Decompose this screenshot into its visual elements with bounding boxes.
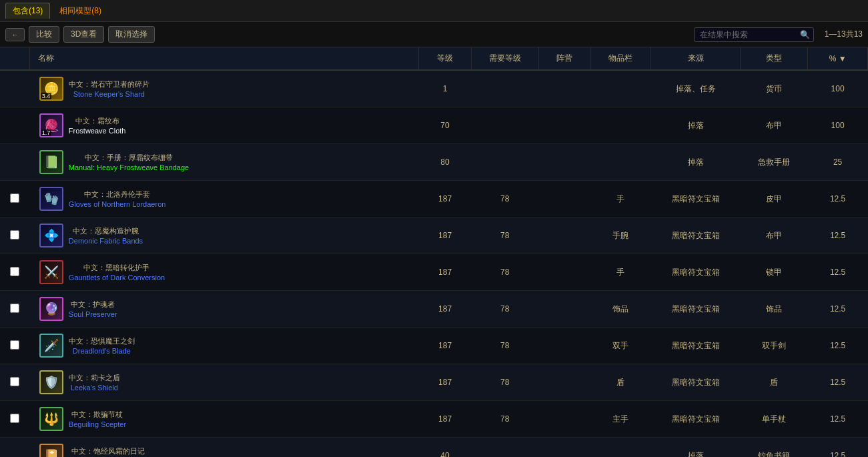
row-checkbox-cell[interactable] xyxy=(0,181,30,217)
table-row[interactable]: 🧶1.7中文：霜纹布Frostweave Cloth70掉落布甲100 xyxy=(0,107,868,144)
row-percent: 12.5 xyxy=(808,364,868,401)
row-name-cell: 🧶1.7中文：霜纹布Frostweave Cloth xyxy=(30,107,419,144)
table-row[interactable]: 💠中文：恶魔构造护腕Demonic Fabric Bands18778手腕黑暗符… xyxy=(0,217,868,254)
table-body: 🪙3.4中文：岩石守卫者的碎片Stone Keeper's Shard1掉落、任… xyxy=(0,70,868,457)
row-source: 掉落、任务 xyxy=(650,70,741,107)
item-en-name[interactable]: Gloves of Northern Lordaeron xyxy=(69,200,166,208)
table-row[interactable]: ⚔️中文：黑暗转化护手Gauntlets of Dark Conversion1… xyxy=(0,254,868,291)
back-button[interactable]: ← xyxy=(5,28,25,41)
header-percent[interactable]: % ▼ xyxy=(808,47,868,70)
item-en-name[interactable]: Soul Preserver xyxy=(69,310,117,318)
row-checkbox[interactable] xyxy=(10,230,19,240)
row-checkbox-cell[interactable] xyxy=(0,291,30,328)
row-req-level: 78 xyxy=(471,364,538,401)
item-cn-name: 中文：黑暗转化护手 xyxy=(69,263,165,273)
item-ilvl: 1.7 xyxy=(41,129,52,136)
header-type[interactable]: 类型 xyxy=(741,47,808,70)
row-source: 黑暗符文宝箱 xyxy=(650,401,741,438)
row-checkbox[interactable] xyxy=(10,304,19,313)
row-name-cell: 📗中文：手册：厚霜纹布绷带Manual: Heavy Frostweave Ba… xyxy=(30,144,419,181)
item-en-name[interactable]: Beguiling Scepter xyxy=(69,420,126,428)
row-req-level: 78 xyxy=(471,328,538,364)
row-checkbox-cell xyxy=(0,70,30,107)
item-en-name[interactable]: Stone Keeper's Shard xyxy=(69,90,149,98)
row-source: 黑暗符文宝箱 xyxy=(650,217,741,254)
row-checkbox-cell[interactable] xyxy=(0,364,30,401)
item-icon: 🛡️ xyxy=(39,370,63,394)
row-source: 掉落 xyxy=(650,144,741,181)
header-level[interactable]: 等级 xyxy=(419,47,471,70)
table-row[interactable]: 🔱中文：欺骗节杖Beguiling Scepter18778主手黑暗符文宝箱单手… xyxy=(0,401,868,438)
row-slot: 手 xyxy=(591,254,651,291)
row-faction xyxy=(538,438,590,458)
item-cn-name: 中文：饱经风霜的日记 xyxy=(69,446,148,456)
item-en-name[interactable]: Dreadlord's Blade xyxy=(69,347,135,355)
item-en-name[interactable]: Demonic Fabric Bands xyxy=(69,237,143,245)
header-source[interactable]: 来源 xyxy=(650,47,741,70)
tab-contains[interactable]: 包含(13) xyxy=(5,3,50,19)
table-row[interactable]: 📔中文：饱经风霜的日记Weather-Beaten Journal40掉落钓鱼书… xyxy=(0,438,868,458)
row-type: 布甲 xyxy=(741,107,808,144)
item-icon: 💠 xyxy=(39,223,63,248)
row-percent: 12.5 xyxy=(808,438,868,458)
header-checkbox-col xyxy=(0,47,30,70)
table-row[interactable]: 🔮中文：护魂者Soul Preserver18778饰品黑暗符文宝箱饰品12.5 xyxy=(0,291,868,328)
item-cn-name: 中文：岩石守卫者的碎片 xyxy=(69,79,149,89)
search-input[interactable] xyxy=(694,27,814,42)
row-level: 187 xyxy=(419,181,471,217)
item-en-name[interactable]: Frostweave Cloth xyxy=(69,127,126,135)
row-source: 黑暗符文宝箱 xyxy=(650,328,741,364)
item-en-name[interactable]: Manual: Heavy Frostweave Bandage xyxy=(69,163,189,171)
row-checkbox-cell[interactable] xyxy=(0,328,30,364)
header-req-level[interactable]: 需要等级 xyxy=(471,47,538,70)
row-checkbox-cell[interactable] xyxy=(0,254,30,291)
view3d-button[interactable]: 3D查看 xyxy=(63,26,104,43)
row-checkbox[interactable] xyxy=(10,377,19,386)
table-row[interactable]: 📗中文：手册：厚霜纹布绷带Manual: Heavy Frostweave Ba… xyxy=(0,144,868,181)
search-wrapper: 🔍 xyxy=(694,27,814,42)
row-name-cell: 💠中文：恶魔构造护腕Demonic Fabric Bands xyxy=(30,217,419,254)
row-req-level: 78 xyxy=(471,401,538,438)
header-slot[interactable]: 物品栏 xyxy=(591,47,651,70)
row-req-level xyxy=(471,70,538,107)
row-slot: 盾 xyxy=(591,364,651,401)
header-faction[interactable]: 阵营 xyxy=(538,47,590,70)
row-level: 187 xyxy=(419,328,471,364)
row-level: 187 xyxy=(419,254,471,291)
row-checkbox[interactable] xyxy=(10,414,19,423)
compare-button[interactable]: 比较 xyxy=(29,26,59,43)
row-req-level: 78 xyxy=(471,181,538,217)
row-level: 70 xyxy=(419,107,471,144)
table-row[interactable]: 🛡️中文：莉卡之盾Leeka's Shield18778盾黑暗符文宝箱盾12.5 xyxy=(0,364,868,401)
row-level: 187 xyxy=(419,291,471,328)
item-icon: ⚔️ xyxy=(39,260,63,284)
tab-similar-models[interactable]: 相同模型(8) xyxy=(53,3,108,19)
table-row[interactable]: 🗡️中文：恐惧魔王之剑Dreadlord's Blade18778双手黑暗符文宝… xyxy=(0,328,868,364)
row-checkbox-cell[interactable] xyxy=(0,401,30,438)
row-req-level: 78 xyxy=(471,291,538,328)
row-checkbox[interactable] xyxy=(10,267,19,276)
row-percent: 100 xyxy=(808,107,868,144)
cancel-select-button[interactable]: 取消选择 xyxy=(108,26,155,43)
table-row[interactable]: 🪙3.4中文：岩石守卫者的碎片Stone Keeper's Shard1掉落、任… xyxy=(0,70,868,107)
row-name-cell: 🗡️中文：恐惧魔王之剑Dreadlord's Blade xyxy=(30,328,419,364)
item-icon: 🪙3.4 xyxy=(39,77,63,101)
row-type: 布甲 xyxy=(741,217,808,254)
row-faction xyxy=(538,107,590,144)
row-checkbox[interactable] xyxy=(10,340,19,350)
item-en-name[interactable]: Gauntlets of Dark Conversion xyxy=(69,274,165,282)
row-checkbox-cell[interactable] xyxy=(0,217,30,254)
row-source: 黑暗符文宝箱 xyxy=(650,181,741,217)
row-type: 饰品 xyxy=(741,291,808,328)
row-percent: 100 xyxy=(808,70,868,107)
row-type: 单手杖 xyxy=(741,401,808,438)
row-checkbox[interactable] xyxy=(10,193,19,203)
row-req-level: 78 xyxy=(471,254,538,291)
row-faction xyxy=(538,217,590,254)
item-en-name[interactable]: Leeka's Shield xyxy=(69,384,120,392)
item-cn-name: 中文：莉卡之盾 xyxy=(69,373,120,383)
row-percent: 12.5 xyxy=(808,217,868,254)
row-type: 货币 xyxy=(741,70,808,107)
table-row[interactable]: 🧤中文：北洛丹伦手套Gloves of Northern Lordaeron18… xyxy=(0,181,868,217)
row-checkbox-cell xyxy=(0,144,30,181)
